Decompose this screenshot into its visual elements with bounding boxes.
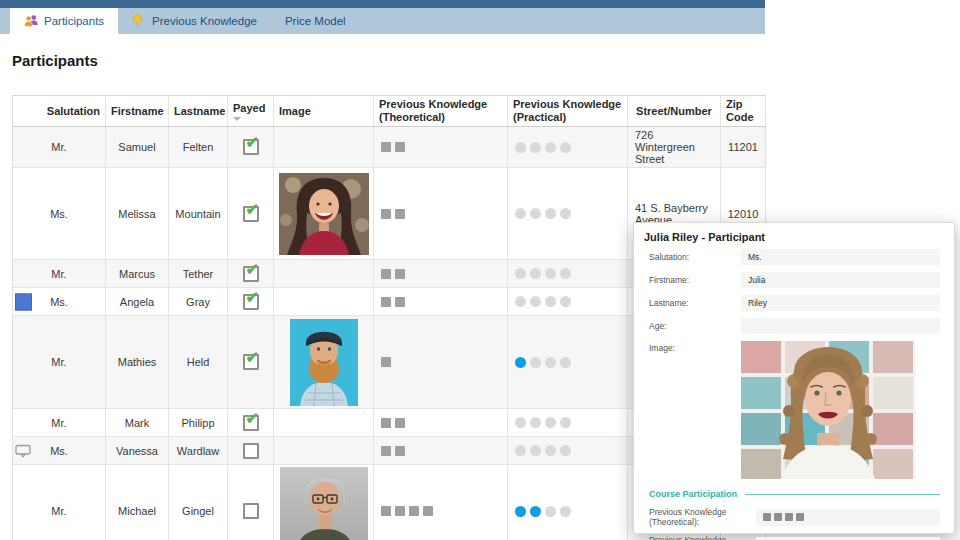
cell-lastname: Mountain (169, 168, 228, 260)
cell-salutation: Ms. (13, 288, 106, 316)
field-label: Age: (649, 321, 741, 331)
col-header-zip-code[interactable]: Zip Code (721, 96, 766, 127)
cell-firstname: Mathies (106, 316, 169, 409)
payed-checkbox[interactable] (243, 266, 259, 282)
cell-salutation: Ms. (13, 168, 106, 260)
cell-firstname: Samuel (106, 127, 169, 168)
cell-payed (228, 316, 274, 409)
selected-row-indicator (15, 293, 32, 310)
col-header-previous-knowledge-practical[interactable]: Previous Knowledge (Practical) (508, 96, 628, 127)
tab-label: Participants (44, 15, 104, 27)
field-value: Riley (741, 295, 940, 311)
col-header-payed[interactable]: Payed (228, 96, 274, 127)
field-row-salutation: Salutation: Ms. (649, 249, 940, 265)
cell-salutation: Ms. (13, 437, 106, 465)
section-divider (745, 494, 940, 495)
col-header-street-number[interactable]: Street/Number (628, 96, 721, 127)
cell-knowledge-theoretical (374, 127, 508, 168)
col-header-previous-knowledge-theoretical[interactable]: Previous Knowledge (Theoretical) (374, 96, 508, 127)
cell-knowledge-practical (508, 260, 628, 288)
col-header-image[interactable]: Image (274, 96, 374, 127)
cell-image (274, 409, 374, 437)
payed-checkbox[interactable] (243, 503, 259, 519)
cell-knowledge-practical (508, 437, 628, 465)
cell-salutation: Mr. (13, 409, 106, 437)
col-header-salutation[interactable]: Salutation (13, 96, 106, 127)
field-label: Image: (649, 341, 741, 353)
field-row-knowledge-theoretical: Previous Knowledge (Theoretical): (649, 507, 940, 527)
section-title: Course Participation (649, 489, 737, 499)
cell-knowledge-theoretical (374, 288, 508, 316)
window-top-bar (0, 0, 765, 8)
cell-firstname: Marcus (106, 260, 169, 288)
field-value (756, 509, 940, 526)
tab-price-model[interactable]: Price Model (271, 8, 360, 34)
field-label: Previous Knowledge (Practical): (649, 535, 756, 540)
table-header-row: Salutation Firstname Lastname Payed Imag… (13, 96, 766, 127)
payed-checkbox[interactable] (243, 294, 259, 310)
field-row-knowledge-practical: Previous Knowledge (Practical): (649, 535, 940, 540)
cell-firstname: Melissa (106, 168, 169, 260)
cell-knowledge-theoretical (374, 168, 508, 260)
cell-knowledge-theoretical (374, 409, 508, 437)
col-header-firstname[interactable]: Firstname (106, 96, 169, 127)
participant-photo-michael (280, 467, 368, 540)
cell-knowledge-practical (508, 465, 628, 540)
cell-payed (228, 288, 274, 316)
cell-knowledge-theoretical (374, 316, 508, 409)
field-row-age: Age: (649, 318, 940, 334)
cell-image (274, 288, 374, 316)
field-row-firstname: Firstname: Julia (649, 272, 940, 288)
field-label: Salutation: (649, 252, 741, 262)
cell-knowledge-practical (508, 288, 628, 316)
cell-payed (228, 437, 274, 465)
cell-firstname: Angela (106, 288, 169, 316)
payed-checkbox[interactable] (243, 415, 259, 431)
participant-photo-julia (741, 341, 915, 479)
cell-firstname: Vanessa (106, 437, 169, 465)
payed-checkbox[interactable] (243, 443, 259, 459)
field-value: Ms. (741, 249, 940, 265)
comment-indicator-icon[interactable] (15, 444, 31, 458)
application-window: Participants Previous Knowledge Price Mo… (0, 0, 960, 540)
cell-knowledge-practical (508, 168, 628, 260)
cell-salutation: Mr. (13, 260, 106, 288)
sort-descending-icon (233, 117, 241, 121)
cell-payed (228, 465, 274, 540)
payed-checkbox[interactable] (243, 206, 259, 222)
cell-payed (228, 409, 274, 437)
field-label: Previous Knowledge (Theoretical): (649, 507, 756, 527)
cell-knowledge-practical (508, 316, 628, 409)
payed-checkbox[interactable] (243, 139, 259, 155)
cell-knowledge-theoretical (374, 465, 508, 540)
popup-title: Julia Riley - Participant (634, 223, 954, 249)
cell-lastname: Philipp (169, 409, 228, 437)
participant-photo-melissa (279, 173, 369, 255)
tab-participants[interactable]: Participants (10, 8, 118, 34)
course-participation-section: Course Participation (649, 489, 940, 499)
cell-image (274, 437, 374, 465)
cell-image (274, 127, 374, 168)
tab-strip: Participants Previous Knowledge Price Mo… (0, 8, 765, 34)
cell-lastname: Gingel (169, 465, 228, 540)
cell-salutation: Mr. (13, 465, 106, 540)
cell-lastname: Wardlaw (169, 437, 228, 465)
tab-previous-knowledge[interactable]: Previous Knowledge (118, 8, 271, 34)
cell-lastname: Tether (169, 260, 228, 288)
field-label: Lastname: (649, 298, 741, 308)
lightbulb-icon (132, 14, 146, 28)
field-row-lastname: Lastname: Riley (649, 295, 940, 311)
table-row[interactable]: Mr. Samuel Felten 726 Wintergreen Street… (13, 127, 766, 168)
cell-firstname: Mark (106, 409, 169, 437)
field-value (756, 537, 940, 540)
participant-photo-mathies (290, 319, 358, 406)
cell-lastname: Gray (169, 288, 228, 316)
cell-payed (228, 260, 274, 288)
field-label: Firstname: (649, 275, 741, 285)
payed-checkbox[interactable] (243, 354, 259, 370)
col-header-lastname[interactable]: Lastname (169, 96, 228, 127)
cell-payed (228, 127, 274, 168)
cell-street: 726 Wintergreen Street (628, 127, 721, 168)
cell-knowledge-theoretical (374, 260, 508, 288)
participants-icon (24, 14, 38, 28)
